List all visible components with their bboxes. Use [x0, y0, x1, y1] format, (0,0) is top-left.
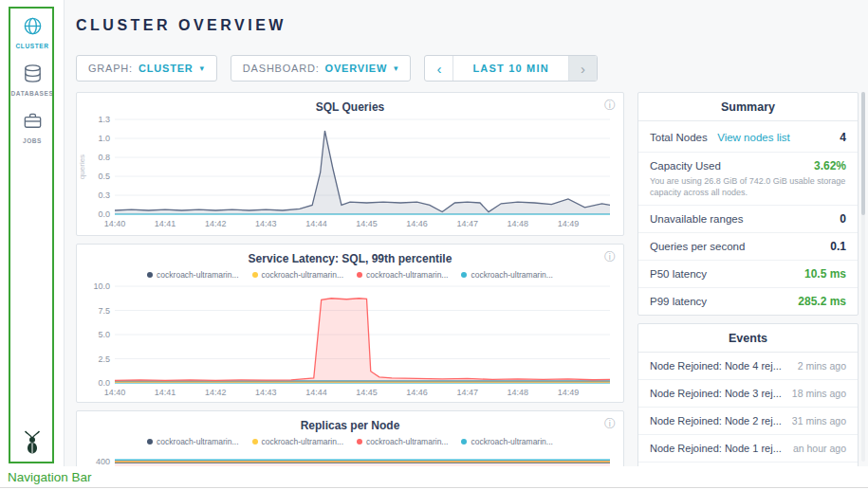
charts-column: SQL Queries ⓘ 0.00.30.50.81.01.314:4014:… — [76, 92, 624, 466]
svg-text:14:43: 14:43 — [255, 219, 277, 228]
row-label: P99 latency — [650, 296, 707, 307]
summary-card: Summary Total Nodes View nodes list 4 Ca… — [637, 92, 859, 316]
event-row: Node Rejoined: Node 4 rej... 2 mins ago — [638, 353, 858, 380]
event-text: Node Rejoined: Node 3 rej... — [650, 388, 782, 399]
event-time: 2 mins ago — [798, 360, 846, 372]
legend-dot — [461, 272, 467, 278]
row-label: P50 latency — [650, 268, 707, 280]
time-range-prev-button[interactable]: ‹ — [425, 56, 453, 81]
page-title: CLUSTER OVERVIEW — [76, 17, 286, 34]
svg-text:14:47: 14:47 — [456, 219, 478, 228]
dashboard-dropdown-value: OVERVIEW — [325, 63, 388, 74]
svg-text:400: 400 — [96, 457, 110, 466]
row-label: Unavailable ranges — [650, 213, 743, 225]
sql-queries-panel: SQL Queries ⓘ 0.00.30.50.81.01.314:4014:… — [76, 92, 624, 236]
legend-label: cockroach-ultramarin... — [471, 437, 552, 446]
svg-text:14:42: 14:42 — [205, 388, 227, 397]
graph-dropdown[interactable]: GRAPH: CLUSTER ▾ — [76, 55, 217, 82]
sidebar-item-label: DATABASES — [0, 90, 65, 97]
svg-text:0.3: 0.3 — [98, 191, 110, 200]
svg-text:14:42: 14:42 — [205, 219, 227, 228]
svg-text:14:48: 14:48 — [508, 388, 529, 397]
chart-title: Replicas per Node — [77, 411, 623, 432]
dashboard-dropdown-label: DASHBOARD: — [243, 63, 320, 74]
capacity-note: You are using 26.8 GiB of 742.0 GiB usab… — [650, 175, 846, 198]
svg-text:14:46: 14:46 — [406, 388, 428, 397]
chevron-down-icon: ▾ — [200, 64, 205, 73]
graph-dropdown-label: GRAPH: — [88, 63, 133, 74]
cockroachdb-logo[interactable] — [0, 429, 65, 459]
app-frame: CLUSTER DATABASES — [0, 0, 868, 466]
svg-text:14:41: 14:41 — [155, 388, 176, 397]
sidebar-item-label: CLUSTER — [0, 43, 65, 49]
legend-dot — [357, 272, 362, 278]
svg-text:14:49: 14:49 — [558, 219, 580, 228]
legend-item[interactable]: cockroach-ultramarin... — [252, 268, 343, 281]
total-nodes-value: 4 — [840, 131, 846, 144]
sidebar-item-jobs[interactable]: JOBS — [0, 110, 65, 144]
legend-item[interactable]: cockroach-ultramarin... — [147, 268, 238, 281]
svg-text:14:40: 14:40 — [104, 388, 126, 397]
svg-text:7.5: 7.5 — [98, 306, 110, 316]
event-row: Node Rejoined: Node 4 rej... an hour ago — [638, 463, 858, 466]
row-value: 0.1 — [830, 240, 846, 253]
legend-item[interactable]: cockroach-ultramarin... — [461, 435, 552, 447]
legend-item[interactable]: cockroach-ultramarin... — [357, 435, 448, 447]
replicas-per-node-panel: Replicas per Node ⓘ cockroach-ultramarin… — [76, 410, 624, 466]
legend-label: cockroach-ultramarin... — [262, 270, 343, 280]
svg-text:1.0: 1.0 — [98, 134, 110, 143]
dashboard-dropdown[interactable]: DASHBOARD: OVERVIEW ▾ — [231, 55, 412, 82]
replicas-per-node-chart: 400 — [77, 447, 621, 466]
right-column: Summary Total Nodes View nodes list 4 Ca… — [637, 92, 859, 466]
event-row: Node Rejoined: Node 2 rej... 31 mins ago — [638, 408, 858, 435]
svg-text:14:45: 14:45 — [356, 388, 378, 397]
briefcase-icon — [22, 118, 44, 135]
bottom-divider — [0, 487, 868, 488]
legend-item[interactable]: cockroach-ultramarin... — [357, 268, 448, 281]
legend-label: cockroach-ultramarin... — [471, 270, 552, 280]
sidebar-item-cluster[interactable]: CLUSTER — [0, 15, 65, 49]
svg-text:queries: queries — [78, 154, 86, 179]
capacity-used-label: Capacity Used — [650, 160, 721, 172]
scrollbar-thumb[interactable] — [861, 92, 865, 215]
svg-text:14:48: 14:48 — [508, 219, 529, 228]
legend-label: cockroach-ultramarin... — [366, 437, 448, 446]
sql-queries-chart: 0.00.30.50.81.01.314:4014:4114:4214:4314… — [77, 114, 621, 229]
svg-text:14:40: 14:40 — [104, 219, 126, 228]
legend-label: cockroach-ultramarin... — [157, 270, 238, 280]
legend-dot — [357, 439, 362, 445]
info-icon[interactable]: ⓘ — [604, 98, 616, 114]
svg-text:14:46: 14:46 — [406, 219, 428, 228]
legend-dot — [147, 439, 153, 445]
service-latency-chart: 0.02.55.07.510.014:4014:4114:4214:4314:4… — [77, 281, 621, 398]
database-icon — [22, 71, 44, 87]
svg-text:0.0: 0.0 — [98, 378, 110, 388]
svg-text:0.0: 0.0 — [98, 209, 110, 219]
svg-text:14:43: 14:43 — [255, 388, 277, 397]
legend-item[interactable]: cockroach-ultramarin... — [147, 435, 238, 447]
row-value: 285.2 ms — [798, 295, 846, 308]
info-icon[interactable]: ⓘ — [604, 416, 616, 432]
navigation-bar: CLUSTER DATABASES — [0, 0, 65, 466]
svg-text:14:47: 14:47 — [456, 388, 478, 397]
view-nodes-list-link[interactable]: View nodes list — [717, 132, 790, 143]
graph-dropdown-value: CLUSTER — [139, 63, 194, 74]
event-time: an hour ago — [793, 443, 846, 454]
time-range-label: LAST 10 MIN — [453, 56, 567, 81]
events-header: Events — [638, 324, 858, 353]
svg-text:0.8: 0.8 — [98, 153, 110, 162]
legend-dot — [252, 272, 258, 278]
legend-label: cockroach-ultramarin... — [262, 437, 343, 446]
info-icon[interactable]: ⓘ — [604, 249, 616, 265]
summary-row-total-nodes: Total Nodes View nodes list 4 — [638, 121, 858, 153]
legend-item[interactable]: cockroach-ultramarin... — [252, 435, 343, 447]
svg-text:14:41: 14:41 — [155, 219, 176, 228]
legend-label: cockroach-ultramarin... — [157, 437, 238, 446]
sidebar-item-databases[interactable]: DATABASES — [0, 63, 65, 97]
capacity-used-value: 3.62% — [814, 159, 846, 172]
scrollbar[interactable] — [861, 92, 865, 462]
time-range-next-button[interactable]: › — [568, 56, 597, 81]
svg-text:10.0: 10.0 — [93, 281, 110, 291]
service-latency-panel: Service Latency: SQL, 99th percentile ⓘ … — [76, 244, 624, 403]
legend-item[interactable]: cockroach-ultramarin... — [461, 268, 552, 281]
